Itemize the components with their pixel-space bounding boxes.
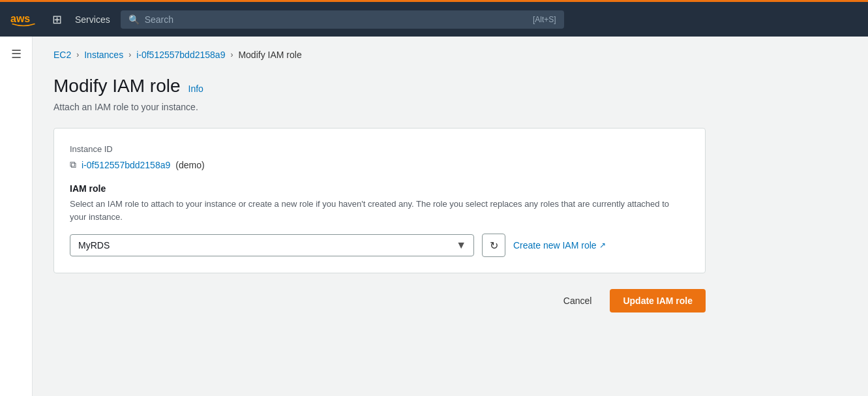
svg-text:aws: aws (10, 12, 30, 23)
search-icon: 🔍 (128, 14, 140, 25)
breadcrumb-instance-id[interactable]: i-0f512557bdd2158a9 (136, 50, 225, 60)
bottom-actions: Cancel Update IAM role (53, 289, 706, 312)
search-input[interactable] (145, 14, 528, 25)
search-bar: 🔍 [Alt+S] (121, 10, 564, 29)
page-subtitle: Attach an IAM role to your instance. (53, 102, 847, 112)
hamburger-icon[interactable]: ☰ (11, 47, 22, 61)
refresh-button[interactable]: ↻ (482, 234, 505, 257)
breadcrumb-sep-3: › (230, 50, 233, 59)
create-role-label: Create new IAM role (513, 240, 597, 251)
iam-role-controls: MyRDS ▼ ↻ Create new IAM role ↗ (70, 234, 689, 257)
external-link-icon: ↗ (599, 241, 606, 250)
update-iam-role-button[interactable]: Update IAM role (610, 289, 706, 312)
iam-role-description: Select an IAM role to attach to your ins… (70, 198, 670, 223)
info-link[interactable]: Info (188, 84, 203, 94)
copy-icon[interactable]: ⧉ (70, 159, 76, 170)
create-new-iam-role-link[interactable]: Create new IAM role ↗ (513, 240, 606, 251)
instance-id-row: ⧉ i-0f512557bdd2158a9 (demo) (70, 159, 689, 170)
aws-logo: aws (10, 10, 37, 29)
cancel-button[interactable]: Cancel (553, 290, 603, 311)
breadcrumb-instances[interactable]: Instances (84, 50, 123, 60)
iam-role-dropdown[interactable]: MyRDS (70, 234, 474, 256)
refresh-icon: ↻ (490, 239, 498, 252)
breadcrumb-current: Modify IAM role (238, 50, 301, 60)
instance-id-label: Instance ID (70, 144, 689, 154)
breadcrumb-sep-1: › (76, 50, 79, 59)
services-button[interactable]: Services (75, 14, 110, 25)
instance-name: (demo) (175, 160, 204, 170)
top-navigation: aws ⊞ Services 🔍 [Alt+S] (0, 0, 868, 37)
main-content: EC2 › Instances › i-0f512557bdd2158a9 › … (33, 37, 868, 326)
breadcrumb-ec2[interactable]: EC2 (53, 50, 71, 60)
page-title: Modify IAM role (53, 76, 181, 97)
breadcrumb: EC2 › Instances › i-0f512557bdd2158a9 › … (53, 50, 847, 60)
sidebar: ☰ (0, 37, 33, 396)
page-title-row: Modify IAM role Info (53, 76, 847, 97)
services-label: Services (75, 14, 110, 25)
iam-role-label: IAM role (70, 183, 689, 194)
search-shortcut: [Alt+S] (533, 15, 556, 24)
breadcrumb-sep-2: › (128, 50, 131, 59)
grid-icon: ⊞ (52, 12, 62, 27)
instance-id-link[interactable]: i-0f512557bdd2158a9 (82, 160, 170, 170)
iam-role-dropdown-wrapper: MyRDS ▼ (70, 234, 474, 256)
modify-iam-card: Instance ID ⧉ i-0f512557bdd2158a9 (demo)… (53, 128, 706, 273)
